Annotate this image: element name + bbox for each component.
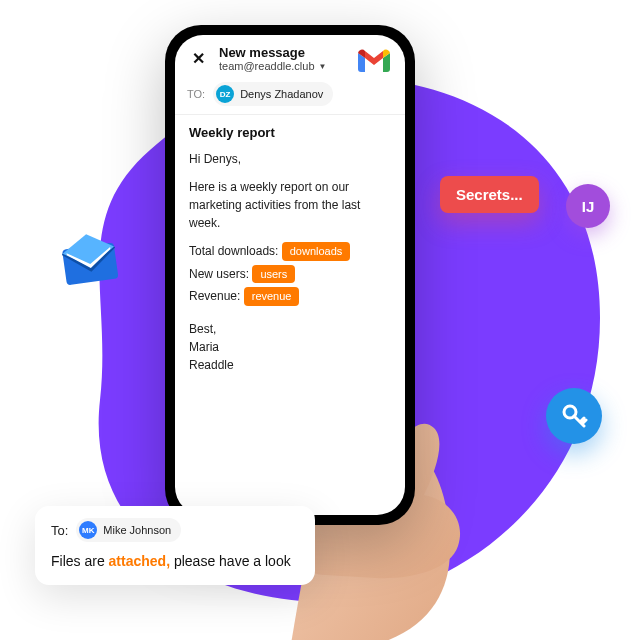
close-icon[interactable]: ✕ xyxy=(187,48,209,70)
from-address: team@readdle.club xyxy=(219,60,315,72)
signature-company: Readdle xyxy=(189,356,391,374)
template-tag[interactable]: users xyxy=(252,265,295,284)
mini-compose-card: To: MK Mike Johnson Files are attached, … xyxy=(35,506,315,585)
metric-label: Total downloads: xyxy=(189,244,278,258)
key-icon xyxy=(546,388,602,444)
gmail-icon xyxy=(358,48,390,72)
chevron-down-icon: ▼ xyxy=(319,62,327,71)
phone-frame: ✕ New message team@readdle.club ▼ TO: DZ… xyxy=(165,25,415,525)
recipient-name: Denys Zhadanov xyxy=(240,88,323,100)
metric-label: New users: xyxy=(189,267,249,281)
intro: Here is a weekly report on our marketing… xyxy=(189,178,391,232)
metric-row: Total downloads: downloads xyxy=(189,242,391,261)
greeting: Hi Denys, xyxy=(189,150,391,168)
mini-text: Files are xyxy=(51,553,109,569)
avatar: MK xyxy=(79,521,97,539)
signature-name: Maria xyxy=(189,338,391,356)
to-label: To: xyxy=(51,523,68,538)
mini-body: Files are attached, please have a look xyxy=(51,552,299,571)
recipient-chip[interactable]: MK Mike Johnson xyxy=(76,518,181,542)
attached-keyword: attached, xyxy=(109,553,170,569)
compose-title: New message xyxy=(219,45,326,60)
metric-row: New users: users xyxy=(189,265,391,284)
envelope-icon xyxy=(56,228,124,296)
email-body[interactable]: Hi Denys, Here is a weekly report on our… xyxy=(175,146,405,378)
template-tag[interactable]: downloads xyxy=(282,242,351,261)
mini-text: please have a look xyxy=(170,553,291,569)
avatar: IJ xyxy=(566,184,610,228)
from-dropdown[interactable]: team@readdle.club ▼ xyxy=(219,60,326,72)
template-tag[interactable]: revenue xyxy=(244,287,300,306)
secrets-badge[interactable]: Secrets... xyxy=(440,176,539,213)
metric-label: Revenue: xyxy=(189,289,240,303)
avatar: DZ xyxy=(216,85,234,103)
recipient-name: Mike Johnson xyxy=(103,524,171,536)
closing: Best, xyxy=(189,320,391,338)
recipient-chip[interactable]: DZ Denys Zhadanov xyxy=(213,82,333,106)
metric-row: Revenue: revenue xyxy=(189,287,391,306)
phone-screen: ✕ New message team@readdle.club ▼ TO: DZ… xyxy=(175,35,405,515)
subject-field[interactable]: Weekly report xyxy=(175,115,405,146)
to-label: TO: xyxy=(187,88,205,100)
